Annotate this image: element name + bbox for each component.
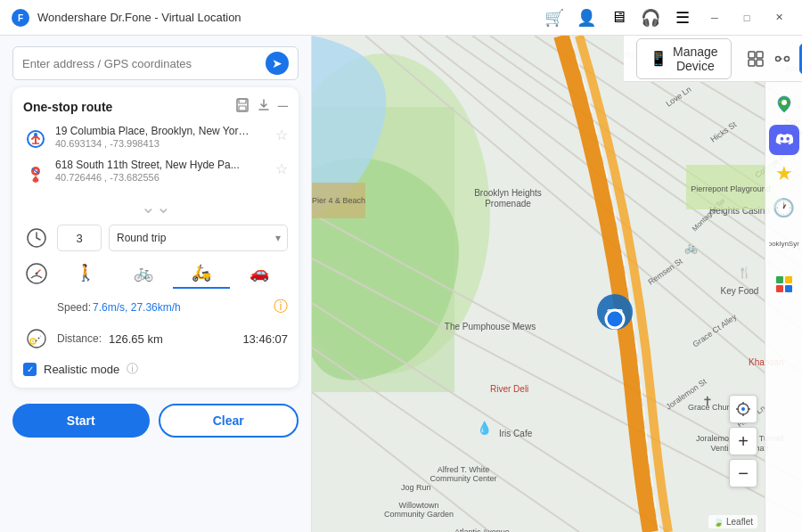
discord-icon-btn[interactable] <box>769 125 799 155</box>
app-logo: F <box>11 8 30 28</box>
toolbar-teleport-btn[interactable] <box>746 43 765 75</box>
locate-button[interactable] <box>729 395 757 423</box>
waypoint-1-star[interactable]: ☆ <box>275 127 288 143</box>
realistic-mode-checkbox[interactable] <box>23 363 37 376</box>
svg-rect-88 <box>776 276 783 283</box>
svg-text:Promenade: Promenade <box>485 199 531 209</box>
svg-text:Brooklyn Heights: Brooklyn Heights <box>474 188 542 198</box>
svg-text:The Pumphouse Mews: The Pumphouse Mews <box>445 322 536 331</box>
transport-row: 🚶 🚲 🛵 🚗 <box>23 258 288 289</box>
speed-row: Speed: 7.6m/s, 27.36km/h ⓘ <box>57 294 288 320</box>
svg-text:River Deli: River Deli <box>490 384 528 394</box>
manage-device-label: Manage Device <box>673 45 718 73</box>
svg-rect-16 <box>749 52 755 58</box>
svg-point-87 <box>782 100 787 105</box>
svg-text:🍴: 🍴 <box>738 266 751 279</box>
transport-car[interactable]: 🚗 <box>230 258 288 289</box>
svg-point-21 <box>784 56 789 61</box>
svg-text:Community Garden: Community Garden <box>384 510 454 519</box>
export-grid-icon-btn[interactable] <box>769 269 799 299</box>
leaflet-logo: 🍃 <box>713 517 726 527</box>
screen-icon[interactable]: 🖥 <box>606 5 631 30</box>
svg-point-15 <box>32 340 34 342</box>
svg-text:Iris Cafe: Iris Cafe <box>499 429 533 438</box>
svg-text:Pierrepont Playground: Pierrepont Playground <box>691 184 771 193</box>
route-header: One-stop route ─ <box>23 98 288 116</box>
speedometer-icon <box>23 260 50 287</box>
start-button[interactable]: Start <box>12 404 150 438</box>
trip-type-select[interactable]: One-way Round trip Loop <box>109 225 288 251</box>
repeat-count-input[interactable] <box>57 225 102 251</box>
map-area: 📱 Manage Device <box>312 36 802 532</box>
route-header-actions: ─ <box>235 98 288 116</box>
svg-rect-90 <box>776 285 783 292</box>
waypoint-2-star[interactable]: ☆ <box>275 160 288 177</box>
right-sidebar: ★ 🕐 BrooklynSyn... <box>765 82 802 532</box>
titlebar-controls: 🛒 👤 🖥 🎧 ☰ ─ □ ✕ <box>542 5 791 30</box>
waypoint-2-icon <box>23 160 48 185</box>
leaflet-label: Leaflet <box>726 517 753 527</box>
star-icon-btn[interactable]: ★ <box>769 159 799 189</box>
toolbar-onestop-btn[interactable] <box>773 43 792 75</box>
svg-text:🚲: 🚲 <box>684 241 698 254</box>
controls-row: One-way Round trip Loop <box>23 225 288 251</box>
distance-label: Distance: <box>57 332 102 345</box>
speed-info-icon[interactable]: ⓘ <box>274 298 288 316</box>
route-card: One-stop route ─ <box>12 87 299 388</box>
close-button[interactable]: ✕ <box>766 5 791 30</box>
svg-text:Community Center: Community Center <box>430 474 496 483</box>
menu-icon[interactable]: ☰ <box>670 5 695 30</box>
left-panel: ➤ One-stop route <box>0 36 312 532</box>
waypoint-2-address: 618 South 11th Street, New Hyde Pa... <box>55 159 251 171</box>
titlebar: F Wondershare Dr.Fone - Virtual Location… <box>0 0 802 36</box>
search-input[interactable] <box>22 57 266 70</box>
user-icon[interactable]: 👤 <box>574 5 599 30</box>
svg-text:Alfred T. White: Alfred T. White <box>438 465 489 474</box>
realistic-info-icon[interactable]: ⓘ <box>127 361 138 377</box>
svg-point-6 <box>34 133 37 136</box>
waypoint-1: 19 Columbia Place, Brooklyn, New York 1.… <box>23 125 288 151</box>
minimize-button[interactable]: ─ <box>702 5 727 30</box>
route-collapse-icon[interactable]: ─ <box>278 98 288 116</box>
route-save-icon[interactable] <box>235 98 250 116</box>
transport-scooter[interactable]: 🛵 <box>173 258 231 289</box>
svg-text:💧: 💧 <box>477 421 493 436</box>
trip-type-wrapper: One-way Round trip Loop <box>109 225 288 251</box>
app-title: Wondershare Dr.Fone - Virtual Location <box>37 11 542 24</box>
waypoint-1-icon <box>23 127 48 151</box>
svg-point-20 <box>775 56 780 61</box>
transport-bike[interactable]: 🚲 <box>115 258 173 289</box>
transport-walk[interactable]: 🚶 <box>57 258 115 289</box>
search-bar: ➤ <box>12 46 299 80</box>
svg-point-12 <box>36 273 38 275</box>
brooklyn-synaptics-btn: BrooklynSyn... <box>769 226 799 262</box>
svg-point-93 <box>741 407 745 411</box>
chevron-down-icon: ⌄⌄ <box>141 196 171 217</box>
toolbar-multistop-btn[interactable] <box>799 43 802 75</box>
speed-label: Speed: <box>57 301 91 314</box>
manage-device-button[interactable]: 📱 Manage Device <box>636 38 732 79</box>
svg-rect-91 <box>785 285 792 292</box>
maximize-button[interactable]: □ <box>734 5 759 30</box>
waypoint-2-info: 618 South 11th Street, New Hyde Pa... 40… <box>55 159 268 183</box>
repeat-icon <box>23 225 50 251</box>
clock-icon-btn[interactable]: 🕐 <box>769 192 799 223</box>
svg-rect-17 <box>757 52 763 58</box>
distance-value: 126.65 km <box>109 332 163 346</box>
svg-text:F: F <box>18 13 23 23</box>
cart-icon[interactable]: 🛒 <box>542 5 567 30</box>
search-button[interactable]: ➤ <box>266 52 289 75</box>
route-export-icon[interactable] <box>257 98 271 116</box>
maps-icon-btn[interactable] <box>769 89 799 119</box>
zoom-out-button[interactable]: − <box>729 459 757 487</box>
svg-rect-18 <box>749 60 755 66</box>
zoom-in-button[interactable]: + <box>729 427 757 455</box>
svg-point-13 <box>28 330 45 348</box>
waypoint-1-coords: 40.693134 , -73.998413 <box>55 138 268 149</box>
distance-row: Distance: 126.65 km 13:46:07 <box>23 320 288 357</box>
clear-button[interactable]: Clear <box>159 404 299 438</box>
headset-icon[interactable]: 🎧 <box>638 5 663 30</box>
distance-icon <box>23 325 50 352</box>
svg-rect-19 <box>757 60 763 66</box>
waypoint-2-coords: 40.726446 , -73.682556 <box>55 172 268 183</box>
